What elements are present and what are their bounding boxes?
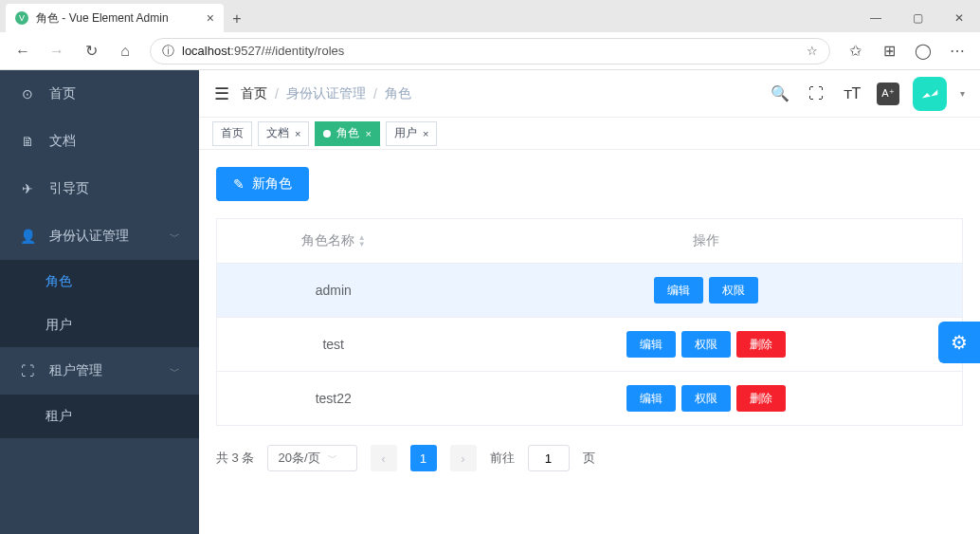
role-name-cell: test22 — [217, 372, 450, 426]
tab-users[interactable]: 用户× — [386, 121, 437, 146]
back-icon[interactable]: ← — [8, 36, 38, 66]
tab-home[interactable]: 首页 — [212, 121, 252, 146]
search-icon[interactable]: 🔍 — [769, 83, 791, 105]
minimize-icon[interactable]: — — [855, 4, 897, 32]
hamburger-icon[interactable]: ☰ — [214, 83, 229, 104]
fullscreen-icon[interactable]: ⛶ — [805, 83, 827, 105]
delete-button[interactable]: 删除 — [736, 331, 786, 358]
main-area: ☰ 首页 / 身份认证管理 / 角色 🔍 ⛶ ᴛT A⁺ ▾ 首页 文档× 角色… — [199, 70, 980, 534]
sidebar-item-roles[interactable]: 角色 — [0, 260, 199, 304]
delete-button[interactable]: 删除 — [736, 385, 786, 412]
breadcrumb-item: 角色 — [385, 85, 411, 102]
close-icon[interactable]: ✕ — [938, 4, 980, 32]
translate-icon[interactable]: A⁺ — [877, 83, 899, 105]
tab-title: 角色 - Vue Element Admin — [36, 10, 199, 27]
tab-docs[interactable]: 文档× — [258, 121, 309, 146]
caret-down-icon[interactable]: ▾ — [960, 88, 965, 99]
breadcrumb-item[interactable]: 首页 — [241, 85, 267, 102]
tab-close-icon[interactable]: × — [295, 128, 300, 139]
new-role-button[interactable]: ✎新角色 — [216, 167, 309, 201]
role-name-cell: test — [217, 318, 450, 372]
star-icon[interactable]: ☆ — [807, 44, 818, 58]
edit-button[interactable]: 编辑 — [626, 385, 676, 412]
edit-button[interactable]: 编辑 — [626, 331, 676, 358]
sidebar: ⊙首页 🗎文档 ✈引导页 👤身份认证管理﹀ 角色 用户 ⛶租户管理﹀ 租户 — [0, 70, 199, 534]
collections-icon[interactable]: ⊞ — [874, 36, 904, 66]
chevron-down-icon: ﹀ — [328, 451, 337, 465]
pagination: 共 3 条 20条/页﹀ ‹ 1 › 前往 页 — [216, 445, 963, 471]
forward-icon: → — [42, 36, 72, 66]
actions-cell: 编辑权限删除 — [449, 372, 962, 426]
breadcrumb: 首页 / 身份认证管理 / 角色 — [241, 85, 411, 102]
url-bar: ← → ↻ ⌂ ⓘ localhost:9527/#/identity/role… — [0, 32, 980, 70]
settings-drawer-button[interactable]: ⚙ — [938, 322, 980, 363]
goto-suffix: 页 — [583, 450, 595, 467]
dashboard-icon: ⊙ — [19, 86, 36, 101]
url-text: localhost:9527/#/identity/roles — [182, 44, 799, 58]
url-input[interactable]: ⓘ localhost:9527/#/identity/roles ☆ — [150, 38, 830, 64]
next-page-button[interactable]: › — [450, 445, 477, 471]
new-tab-button[interactable]: + — [224, 6, 250, 32]
vue-icon: V — [15, 11, 28, 25]
sidebar-item-home[interactable]: ⊙首页 — [0, 70, 199, 118]
sidebar-item-guide[interactable]: ✈引导页 — [0, 165, 199, 212]
permission-button[interactable]: 权限 — [681, 385, 731, 412]
permission-button[interactable]: 权限 — [709, 277, 758, 304]
browser-title-bar: V 角色 - Vue Element Admin × + — ▢ ✕ — [0, 0, 980, 32]
font-size-icon[interactable]: ᴛT — [841, 83, 863, 105]
profile-icon[interactable]: ◯ — [908, 36, 938, 66]
active-dot-icon — [323, 130, 331, 138]
tenant-icon: ⛶ — [19, 363, 36, 378]
edit-icon: ✎ — [233, 176, 245, 192]
sidebar-item-tenant[interactable]: ⛶租户管理﹀ — [0, 347, 199, 395]
favorites-icon[interactable]: ✩ — [840, 36, 870, 66]
page-number-button[interactable]: 1 — [410, 445, 437, 471]
total-label: 共 3 条 — [216, 450, 254, 467]
tab-close-icon[interactable]: × — [365, 128, 371, 139]
actions-cell: 编辑权限删除 — [449, 318, 962, 372]
chevron-down-icon: ﹀ — [170, 364, 180, 378]
more-icon[interactable]: ⋯ — [942, 36, 972, 66]
prev-page-button[interactable]: ‹ — [371, 445, 397, 471]
roles-table: 角色名称▲▼ 操作 admin编辑权限test编辑权限删除test22编辑权限删… — [216, 218, 963, 426]
home-icon[interactable]: ⌂ — [110, 36, 140, 66]
tab-close-icon[interactable]: × — [423, 128, 428, 139]
sidebar-item-users[interactable]: 用户 — [0, 304, 199, 347]
avatar[interactable] — [913, 77, 947, 111]
maximize-icon[interactable]: ▢ — [897, 4, 938, 32]
view-tabs: 首页 文档× 角色× 用户× — [199, 118, 980, 150]
browser-tab[interactable]: V 角色 - Vue Element Admin × — [6, 4, 224, 32]
goto-page-input[interactable] — [528, 445, 570, 471]
content: ✎新角色 角色名称▲▼ 操作 admin编辑权限test编辑权限删除test22… — [199, 150, 980, 488]
tab-close-icon[interactable]: × — [207, 10, 214, 26]
user-icon: 👤 — [19, 229, 36, 244]
info-icon[interactable]: ⓘ — [162, 43, 174, 60]
sidebar-item-tenant-list[interactable]: 租户 — [0, 395, 199, 438]
chevron-down-icon: ﹀ — [170, 230, 180, 244]
top-actions: 🔍 ⛶ ᴛT A⁺ ▾ — [769, 77, 965, 111]
refresh-icon[interactable]: ↻ — [76, 36, 106, 66]
page-size-select[interactable]: 20条/页﹀ — [267, 445, 356, 471]
sidebar-item-identity[interactable]: 👤身份认证管理﹀ — [0, 212, 199, 260]
breadcrumb-item: 身份认证管理 — [286, 85, 366, 102]
guide-icon: ✈ — [19, 181, 36, 196]
col-name[interactable]: 角色名称▲▼ — [217, 219, 450, 264]
table-row: test编辑权限删除 — [217, 318, 963, 372]
col-actions: 操作 — [449, 219, 962, 264]
topbar: ☰ 首页 / 身份认证管理 / 角色 🔍 ⛶ ᴛT A⁺ ▾ — [199, 70, 980, 118]
role-name-cell: admin — [217, 264, 450, 318]
sidebar-item-docs[interactable]: 🗎文档 — [0, 118, 199, 165]
goto-prefix: 前往 — [490, 450, 515, 467]
permission-button[interactable]: 权限 — [681, 331, 731, 358]
document-icon: 🗎 — [19, 134, 36, 149]
gear-icon: ⚙ — [951, 331, 968, 354]
table-row: admin编辑权限 — [217, 264, 963, 318]
tab-roles[interactable]: 角色× — [315, 121, 379, 146]
edit-button[interactable]: 编辑 — [654, 277, 703, 304]
window-controls: — ▢ ✕ — [855, 4, 980, 32]
actions-cell: 编辑权限 — [449, 264, 962, 318]
sort-icon[interactable]: ▲▼ — [358, 234, 366, 248]
table-row: test22编辑权限删除 — [217, 372, 963, 426]
